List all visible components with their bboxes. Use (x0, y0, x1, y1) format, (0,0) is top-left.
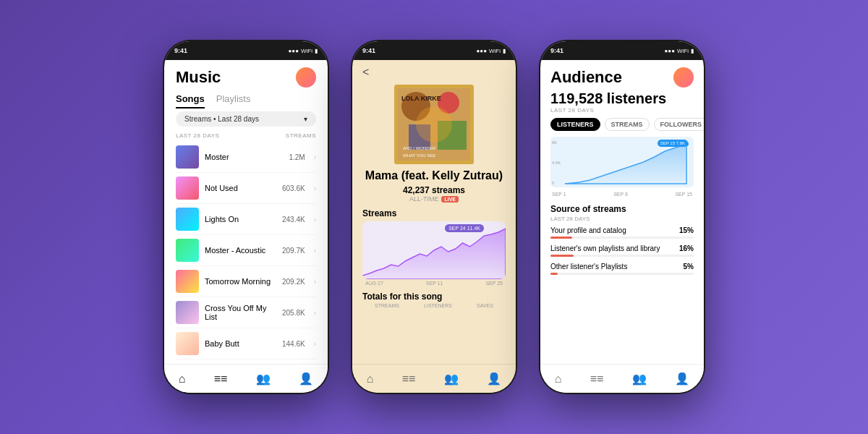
tab-songs[interactable]: Songs (176, 93, 205, 109)
list-item[interactable]: Lights On 243.4K › (176, 204, 316, 235)
total-streams: STREAMS (375, 303, 399, 308)
chevron-icon-4: › (314, 247, 316, 255)
tab-playlists[interactable]: Playlists (216, 93, 251, 109)
list-item[interactable]: Baby Butt 144.6K › (176, 328, 316, 359)
col-streams: STREAMS (286, 132, 316, 139)
song-thumb-5 (176, 270, 199, 293)
song-streams-7: 144.6K (282, 340, 305, 348)
chevron-icon-7: › (314, 340, 316, 348)
status-icons-1: ●●● WiFi ▮ (289, 48, 318, 54)
song-thumb-4 (176, 239, 199, 262)
status-bar-1: 9:41 ●●● WiFi ▮ (164, 41, 328, 60)
library-icon-2[interactable]: ≡≡ (402, 373, 416, 386)
user-avatar-3[interactable] (673, 67, 694, 88)
col-period: LAST 28 DAYS (176, 132, 219, 139)
music-title: Music (176, 68, 221, 87)
song-name-4: Moster - Acoustic (205, 246, 276, 255)
song-streams-4: 209.7K (282, 247, 305, 255)
profile-icon-2[interactable]: 👤 (487, 372, 501, 386)
audience-title: Audience (550, 68, 622, 87)
source-name-1: Your profile and catalog (550, 226, 626, 234)
source-bar-bg-3 (550, 273, 694, 275)
source-bar-bg-2 (550, 255, 694, 257)
chart-x-labels: AUG 27 SEP 11 SEP 25 (362, 279, 506, 287)
svg-text:AND I WONDER: AND I WONDER (403, 146, 436, 150)
song-streams-3: 243.4K (282, 216, 305, 224)
home-icon-3[interactable]: ⌂ (555, 373, 562, 386)
tab-streams[interactable]: STREAMS (605, 118, 650, 131)
audience-period: LAST 28 DAYS (550, 107, 694, 114)
list-item[interactable]: Not Used 603.6K › (176, 173, 316, 204)
svg-text:0: 0 (552, 181, 555, 185)
streams-section-title: Streams (362, 208, 506, 218)
svg-text:WHAT YOU SEE: WHAT YOU SEE (403, 153, 435, 158)
tab-followers[interactable]: FOLLOWERS (654, 118, 704, 131)
music-content: Music Songs Playlists Streams • Last 28 … (164, 60, 328, 364)
profile-icon[interactable]: 👤 (299, 372, 313, 386)
source-bar-2 (550, 255, 574, 257)
screen-3: Audience 119,528 listeners LAST 28 DAYS … (540, 60, 704, 393)
streams-dropdown[interactable]: Streams • Last 28 days ▾ (176, 111, 316, 127)
song-name-5: Tomorrow Morning (205, 277, 276, 286)
song-streams-count: 42,237 streams (352, 185, 516, 195)
home-icon-2[interactable]: ⌂ (367, 373, 374, 386)
notch-3 (600, 41, 644, 51)
song-thumb-7 (176, 332, 199, 355)
status-time-1: 9:41 (174, 47, 187, 54)
source-pct-1: 15% (679, 226, 694, 234)
status-time-2: 9:41 (362, 47, 375, 54)
home-icon[interactable]: ⌂ (179, 373, 186, 386)
song-title: Mama (feat. Kelly Zutrau) (352, 169, 516, 182)
source-pct-3: 5% (684, 263, 694, 271)
music-header: Music (176, 67, 316, 88)
list-item[interactable]: Moster 1.2M › (176, 142, 316, 173)
column-headers: LAST 28 DAYS STREAMS (176, 132, 316, 139)
song-name-1: Moster (205, 153, 283, 161)
song-name-6: Cross You Off My List (205, 304, 276, 321)
chart-tooltip: SEP 24 11.4K (445, 224, 484, 232)
album-art: LOLA KIRKE AND I WONDER WHAT YOU SEE (394, 85, 474, 164)
song-name-3: Lights On (205, 215, 276, 224)
song-thumb-3 (176, 208, 199, 231)
notch-1 (224, 41, 268, 51)
user-avatar-1[interactable] (296, 67, 316, 88)
library-icon-3[interactable]: ≡≡ (590, 373, 604, 386)
profile-icon-3[interactable]: 👤 (675, 372, 689, 386)
song-thumb-2 (176, 176, 199, 200)
list-item[interactable]: Moster - Acoustic 209.7K › (176, 235, 316, 266)
chevron-icon-1: › (314, 153, 316, 161)
bottom-nav-3: ⌂ ≡≡ 👥 👤 (540, 364, 704, 393)
svg-point-6 (416, 106, 452, 142)
total-listeners: LISTENERS (424, 303, 452, 308)
list-item[interactable]: Cross You Off My List 205.8K › (176, 297, 316, 328)
music-tabs: Songs Playlists (176, 93, 316, 109)
source-period: LAST 28 DAYS (550, 216, 694, 222)
audience-content: Audience 119,528 listeners LAST 28 DAYS … (540, 60, 704, 364)
listeners-count: 119,528 listeners (550, 90, 694, 107)
list-item[interactable]: Tomorrow Morning 209.2K › (176, 266, 316, 297)
source-bar-bg-1 (550, 237, 694, 239)
chevron-icon-2: › (314, 184, 316, 192)
source-row-3: Other listener's Playlists 5% (550, 263, 694, 275)
song-name-2: Not Used (205, 184, 276, 192)
audience-x-labels: SEP 1 SEP 8 SEP 15 (550, 190, 694, 198)
source-name-3: Other listener's Playlists (550, 263, 627, 271)
screen-1: Music Songs Playlists Streams • Last 28 … (164, 60, 328, 393)
social-icon[interactable]: 👥 (256, 372, 271, 386)
streams-chart: SEP 24 11.4K (362, 221, 506, 279)
social-icon-2[interactable]: 👥 (444, 372, 459, 386)
source-row-2: Listener's own playlists and library 16% (550, 244, 694, 257)
bottom-nav-1: ⌂ ≡≡ 👥 👤 (164, 364, 328, 393)
tab-listeners[interactable]: LISTENERS (550, 118, 600, 131)
status-icons-2: ●●●WiFi▮ (477, 48, 506, 54)
live-badge: LIVE (441, 196, 459, 203)
back-button[interactable]: < (352, 60, 516, 79)
album-art-container: LOLA KIRKE AND I WONDER WHAT YOU SEE (352, 79, 516, 169)
social-icon-3[interactable]: 👥 (632, 372, 647, 386)
source-title: Source of streams (550, 204, 694, 214)
song-thumb-6 (176, 301, 199, 324)
library-icon[interactable]: ≡≡ (214, 373, 228, 386)
streams-section: Streams SEP 24 11.4K AUG 27 (352, 208, 516, 287)
song-streams-1: 1.2M (289, 153, 305, 161)
svg-text:4.5K: 4.5K (552, 161, 561, 165)
